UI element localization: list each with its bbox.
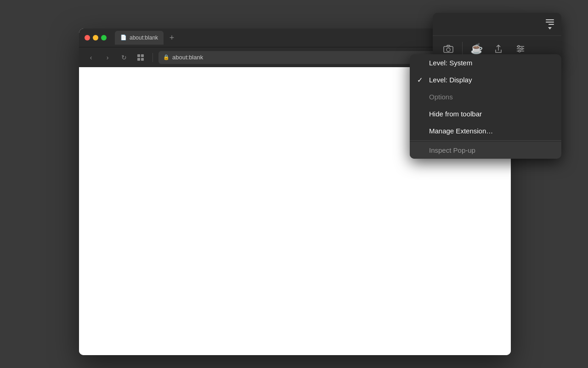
close-button[interactable]	[85, 35, 90, 40]
svg-rect-3	[141, 58, 144, 61]
menu-line-3	[548, 24, 554, 25]
address-text: about:blank	[172, 54, 203, 61]
context-menu-item-hide-toolbar[interactable]: Hide from toolbar	[410, 105, 561, 122]
context-menu-item-level-display[interactable]: Level: Display	[410, 71, 561, 88]
reload-button[interactable]: ↻	[118, 51, 130, 64]
context-menu: Level: System Level: Display Options Hid…	[410, 54, 561, 159]
extension-popup: ☕ Level: System Level: Display	[433, 13, 561, 62]
manage-extension-label: Manage Extension…	[429, 127, 493, 135]
forward-button[interactable]: ›	[101, 51, 114, 64]
level-system-label: Level: System	[429, 59, 472, 67]
toolbar-divider	[462, 42, 463, 56]
context-menu-divider	[410, 140, 561, 141]
traffic-lights	[85, 35, 107, 40]
svg-rect-1	[141, 54, 144, 57]
hide-toolbar-label: Hide from toolbar	[429, 110, 482, 118]
level-display-label: Level: Display	[429, 76, 472, 84]
grid-button[interactable]	[134, 51, 147, 64]
tab-title: about:blank	[130, 34, 158, 41]
popup-menu-button[interactable]	[546, 19, 554, 29]
new-tab-button[interactable]: +	[165, 31, 178, 44]
svg-rect-0	[137, 54, 140, 57]
address-icon: 🔒	[163, 54, 170, 60]
active-tab[interactable]: 📄 about:blank	[115, 31, 164, 45]
menu-line-1	[546, 19, 554, 20]
popup-header	[433, 13, 561, 36]
minimize-button[interactable]	[93, 35, 98, 40]
svg-rect-2	[137, 58, 140, 61]
tab-favicon-icon: 📄	[120, 34, 127, 41]
menu-chevron-icon	[548, 27, 552, 29]
menu-line-2	[546, 22, 554, 23]
svg-point-10	[521, 48, 523, 50]
back-button[interactable]: ‹	[85, 51, 97, 64]
inspect-popup-label: Inspect Pop-up	[429, 146, 475, 154]
maximize-button[interactable]	[101, 35, 107, 40]
svg-point-11	[519, 50, 520, 52]
svg-point-9	[518, 46, 520, 47]
context-menu-item-options: Options	[410, 88, 561, 105]
context-menu-item-level-system[interactable]: Level: System	[410, 54, 561, 71]
nav-divider	[153, 53, 153, 62]
context-menu-item-manage-extension[interactable]: Manage Extension…	[410, 122, 561, 139]
options-label: Options	[429, 93, 453, 101]
context-menu-item-inspect-popup[interactable]: Inspect Pop-up	[410, 142, 561, 159]
svg-point-5	[447, 48, 450, 52]
